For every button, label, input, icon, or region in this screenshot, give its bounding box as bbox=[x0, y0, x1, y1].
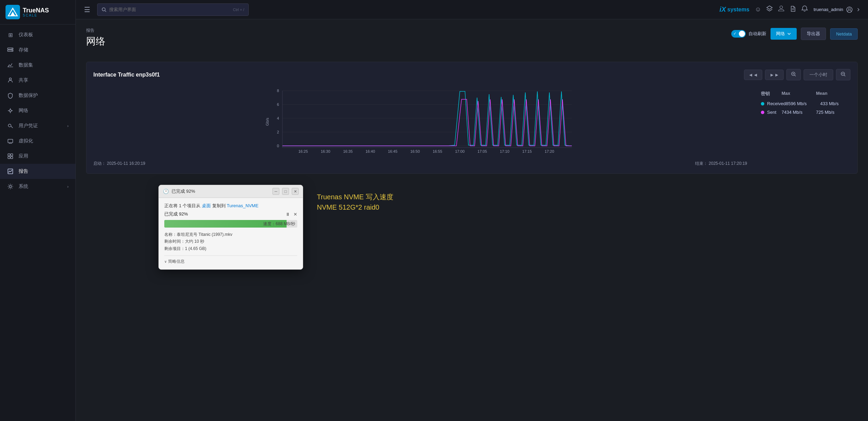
sidebar-item-apps[interactable]: 应用 bbox=[0, 149, 75, 164]
network-icon bbox=[7, 107, 14, 114]
svg-point-22 bbox=[848, 8, 850, 10]
chart-area: 8 6 4 2 0 Gb/s 16:25 16:30 16:35 16:40 1… bbox=[93, 87, 747, 167]
chart-header: Interface Traffic enp3s0f1 ◄◄ ►► 一个小时 bbox=[93, 69, 850, 80]
search-bar[interactable]: Ctrl + / bbox=[97, 3, 249, 16]
layers-icon[interactable] bbox=[766, 5, 773, 14]
dashboard-icon: ⊞ bbox=[7, 31, 14, 38]
sidebar-item-label: 存储 bbox=[19, 47, 28, 53]
document-icon[interactable] bbox=[789, 5, 796, 14]
auto-refresh-label: 自动刷新 bbox=[748, 31, 766, 37]
smiley-icon[interactable]: ☺ bbox=[755, 6, 761, 13]
chart-end: 结束： 2025-01-11 17:20:19 bbox=[695, 161, 747, 167]
legend-headers: 密钥 Max Mean bbox=[761, 91, 844, 97]
auto-refresh-toggle[interactable]: ✓ 自动刷新 bbox=[731, 30, 766, 38]
network-dropdown-button[interactable]: 网络 bbox=[771, 28, 797, 40]
sidebar-item-network[interactable]: 网络 bbox=[0, 103, 75, 118]
svg-rect-13 bbox=[8, 157, 10, 159]
chart-controls: ◄◄ ►► 一个小时 bbox=[744, 69, 850, 80]
content-area: 报告 网络 ✓ 自动刷新 网络 导出器 Netdata bbox=[76, 19, 868, 421]
dialog-close-button[interactable]: ✕ bbox=[292, 188, 299, 195]
person-icon[interactable] bbox=[778, 5, 785, 14]
sidebar-item-label: 共享 bbox=[19, 77, 28, 83]
page-title: 网络 bbox=[86, 35, 105, 48]
chart-card: Interface Traffic enp3s0f1 ◄◄ ►► 一个小时 bbox=[86, 62, 858, 174]
sidebar-item-virtualization[interactable]: 虚拟化 bbox=[0, 133, 75, 149]
svg-text:16:35: 16:35 bbox=[343, 149, 353, 153]
svg-text:17:10: 17:10 bbox=[500, 149, 509, 153]
svg-point-6 bbox=[12, 50, 12, 51]
pause-button[interactable]: ⏸ bbox=[286, 212, 290, 217]
truenas-logo-icon bbox=[6, 5, 20, 19]
summary-chevron-icon: ∨ bbox=[164, 260, 167, 263]
dialog-summary-toggle[interactable]: ∨ 简略信息 bbox=[164, 255, 297, 264]
chart-next-button[interactable]: ►► bbox=[765, 70, 784, 80]
logo-scale-label: SCALE bbox=[23, 13, 49, 17]
sidebar-item-label: 数据保护 bbox=[19, 92, 38, 99]
dialog-progress-bar: 速度：688 MB/秒 bbox=[164, 220, 297, 228]
chart-time-button[interactable]: 一个小时 bbox=[804, 69, 833, 80]
topbar-icons: ☺ bbox=[755, 5, 808, 14]
dialog-content-close-button[interactable]: ✕ bbox=[293, 212, 297, 217]
sidebar-item-reporting[interactable]: 报告 bbox=[0, 164, 75, 179]
copy-dialog: 🕐 已完成 92% ─ □ ✕ 正在将 1 个项目从 桌面 复制到 Turena… bbox=[158, 185, 303, 270]
dialog-maximize-button[interactable]: □ bbox=[282, 188, 289, 195]
logo-area: TrueNAS SCALE bbox=[0, 0, 75, 24]
bell-icon[interactable] bbox=[801, 5, 808, 14]
dialog-destination-link[interactable]: Turenas_NVME bbox=[227, 203, 258, 208]
svg-text:16:40: 16:40 bbox=[365, 149, 375, 153]
sidebar-item-storage[interactable]: 存储 bbox=[0, 42, 75, 58]
datasets-icon bbox=[7, 62, 14, 69]
svg-point-9 bbox=[8, 124, 11, 127]
netdata-button[interactable]: Netdata bbox=[830, 28, 858, 40]
chart-legend: 密钥 Max Mean Received 8596 Mb/s 433 Mb/s bbox=[754, 87, 850, 167]
dialog-source-link[interactable]: 桌面 bbox=[202, 203, 211, 208]
annotation-text: Truenas NVME 写入速度 NVME 512G*2 raid0 bbox=[317, 192, 393, 212]
username-label: truenas_admin bbox=[814, 7, 843, 12]
dialog-minimize-button[interactable]: ─ bbox=[272, 188, 279, 195]
sidebar-item-label: 网络 bbox=[19, 108, 28, 114]
svg-text:16:50: 16:50 bbox=[410, 149, 420, 153]
svg-text:16:45: 16:45 bbox=[388, 149, 397, 153]
user-area[interactable]: truenas_admin bbox=[814, 6, 861, 13]
sidebar-item-dashboard[interactable]: ⊞ 仪表板 bbox=[0, 27, 75, 42]
sidebar-item-label: 用户凭证 bbox=[19, 123, 38, 129]
search-input[interactable] bbox=[109, 7, 230, 12]
chevron-right-icon: › bbox=[67, 124, 69, 128]
sidebar-item-shares[interactable]: 共享 bbox=[0, 73, 75, 88]
main-area: ☰ Ctrl + / iX systems ☺ bbox=[76, 0, 868, 421]
svg-text:17:05: 17:05 bbox=[477, 149, 487, 153]
menu-toggle-button[interactable]: ☰ bbox=[83, 4, 92, 15]
chart-prev-button[interactable]: ◄◄ bbox=[744, 70, 763, 80]
svg-text:8: 8 bbox=[277, 89, 279, 93]
sidebar-item-label: 应用 bbox=[19, 153, 28, 159]
topbar: ☰ Ctrl + / iX systems ☺ bbox=[76, 0, 868, 19]
svg-point-16 bbox=[9, 186, 11, 188]
topbar-right: iX systems ☺ truenas_admin bbox=[720, 5, 861, 14]
svg-point-17 bbox=[102, 8, 105, 11]
svg-rect-10 bbox=[8, 139, 13, 143]
svg-rect-11 bbox=[8, 154, 10, 156]
auto-refresh-switch[interactable]: ✓ bbox=[731, 30, 746, 38]
svg-text:4: 4 bbox=[277, 116, 279, 120]
sidebar: TrueNAS SCALE ⊞ 仪表板 存储 数据集 共享 bbox=[0, 0, 76, 421]
shares-icon bbox=[7, 77, 14, 84]
chart-zoom-out-button[interactable] bbox=[836, 69, 850, 80]
export-button[interactable]: 导出器 bbox=[801, 28, 826, 40]
sidebar-item-credentials[interactable]: 用户凭证 › bbox=[0, 118, 75, 133]
dialog-info: 名称：泰坦尼克号 Titanic (1997).mkv 剩余时间：大约 10 秒… bbox=[164, 231, 297, 252]
chart-title: Interface Traffic enp3s0f1 bbox=[93, 72, 160, 78]
sidebar-item-label: 虚拟化 bbox=[19, 138, 33, 144]
dialog-speed-label: 速度：688 MB/秒 bbox=[263, 221, 295, 227]
sidebar-item-datasets[interactable]: 数据集 bbox=[0, 58, 75, 73]
chart-zoom-in-button[interactable] bbox=[786, 69, 801, 80]
arrow-right-icon bbox=[856, 7, 861, 12]
chart-footer: 启动： 2025-01-11 16:20:19 结束： 2025-01-11 1… bbox=[93, 161, 747, 167]
svg-rect-14 bbox=[11, 157, 13, 159]
account-circle-icon bbox=[846, 6, 853, 13]
reporting-icon bbox=[7, 168, 14, 175]
sidebar-item-system[interactable]: 系统 › bbox=[0, 179, 75, 194]
svg-point-7 bbox=[9, 78, 11, 80]
sidebar-item-label: 数据集 bbox=[19, 62, 33, 68]
dialog-titlebar: 🕐 已完成 92% ─ □ ✕ bbox=[159, 185, 303, 198]
sidebar-item-data-protection[interactable]: 数据保护 bbox=[0, 88, 75, 103]
